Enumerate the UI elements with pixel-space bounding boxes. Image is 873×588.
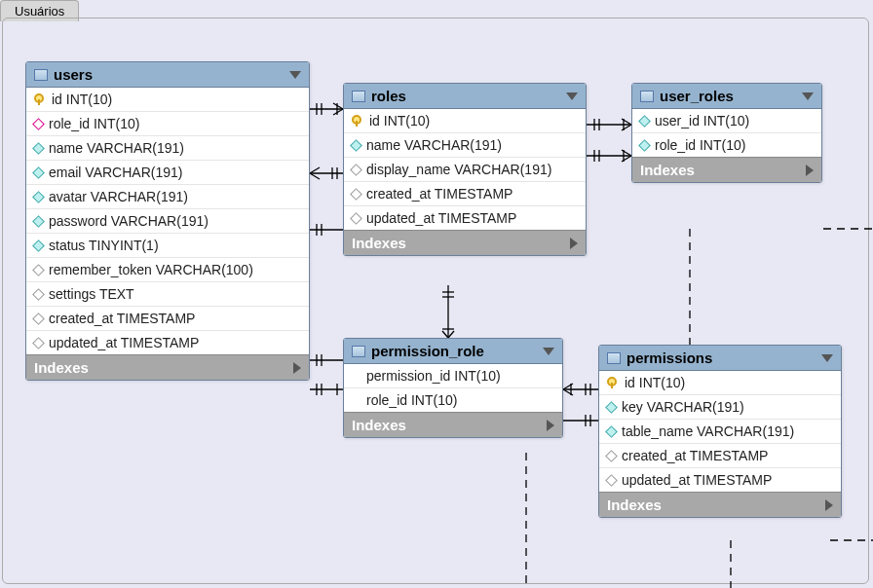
column-text: email VARCHAR(191)	[49, 165, 182, 180]
column-row[interactable]: updated_at TIMESTAMP	[26, 331, 309, 354]
column-type-icon	[32, 264, 45, 276]
collapse-icon[interactable]	[543, 348, 554, 355]
expand-icon[interactable]	[806, 165, 814, 176]
table-permission-role[interactable]: permission_role permission_id INT(10)rol…	[343, 338, 563, 438]
column-type-icon	[32, 239, 45, 252]
column-row[interactable]: remember_token VARCHAR(100)	[26, 258, 309, 282]
table-icon	[352, 91, 365, 102]
column-row[interactable]: name VARCHAR(191)	[344, 133, 586, 158]
column-row[interactable]: created_at TIMESTAMP	[344, 182, 586, 206]
column-row[interactable]: email VARCHAR(191)	[26, 161, 309, 185]
column-type-icon	[32, 166, 45, 179]
column-row[interactable]: created_at TIMESTAMP	[26, 307, 309, 331]
column-text: permission_id INT(10)	[366, 368, 501, 384]
column-text: role_id INT(10)	[366, 392, 457, 408]
collapse-icon[interactable]	[566, 92, 578, 100]
table-header[interactable]: users	[26, 62, 309, 88]
expand-icon[interactable]	[825, 499, 833, 511]
column-row[interactable]: password VARCHAR(191)	[26, 209, 309, 234]
column-type-icon	[32, 337, 45, 349]
table-header[interactable]: roles	[344, 84, 586, 109]
column-text: role_id INT(10)	[49, 116, 139, 131]
column-text: user_id INT(10)	[655, 113, 749, 129]
table-user-roles[interactable]: user_roles user_id INT(10)role_id INT(10…	[631, 83, 822, 183]
table-users[interactable]: users id INT(10)role_id INT(10)name VARC…	[25, 61, 310, 381]
column-row[interactable]: settings TEXT	[26, 282, 309, 307]
tab-label: Usuários	[15, 4, 64, 18]
column-row[interactable]: display_name VARCHAR(191)	[344, 158, 586, 182]
indexes-footer[interactable]: Indexes	[26, 354, 309, 380]
collapse-icon[interactable]	[289, 71, 301, 79]
table-roles[interactable]: roles id INT(10)name VARCHAR(191)display…	[343, 83, 587, 256]
columns: id INT(10)name VARCHAR(191)display_name …	[344, 109, 586, 230]
column-row[interactable]: id INT(10)	[344, 109, 586, 133]
table-header[interactable]: user_roles	[632, 84, 821, 109]
column-row[interactable]: role_id INT(10)	[344, 388, 562, 412]
column-text: id INT(10)	[369, 113, 430, 129]
column-type-icon	[638, 115, 651, 128]
column-text: name VARCHAR(191)	[49, 140, 184, 156]
column-type-icon	[32, 312, 45, 325]
indexes-label: Indexes	[352, 417, 406, 433]
column-row[interactable]: role_id INT(10)	[632, 133, 821, 157]
primary-key-icon	[34, 93, 46, 105]
column-row[interactable]: avatar VARCHAR(191)	[26, 185, 309, 209]
table-header[interactable]: permissions	[599, 346, 841, 371]
column-type-icon	[605, 401, 618, 414]
table-icon	[34, 69, 48, 81]
table-title: permission_role	[371, 343, 484, 359]
column-row[interactable]: updated_at TIMESTAMP	[344, 206, 586, 230]
column-type-icon	[350, 212, 362, 225]
column-type-icon	[350, 164, 362, 176]
column-text: status TINYINT(1)	[49, 238, 159, 253]
table-icon	[352, 346, 365, 357]
column-type-icon	[350, 188, 362, 201]
expand-icon[interactable]	[547, 420, 554, 431]
column-text: created_at TIMESTAMP	[49, 311, 195, 326]
indexes-label: Indexes	[34, 359, 89, 376]
column-text: avatar VARCHAR(191)	[49, 189, 188, 204]
column-row[interactable]: status TINYINT(1)	[26, 234, 309, 258]
primary-key-icon	[352, 115, 363, 127]
column-row[interactable]: id INT(10)	[599, 371, 841, 395]
column-type-icon	[605, 450, 618, 462]
table-header[interactable]: permission_role	[344, 339, 562, 364]
table-title: roles	[371, 88, 406, 104]
column-type-icon	[32, 288, 45, 301]
indexes-label: Indexes	[352, 235, 406, 251]
column-text: password VARCHAR(191)	[49, 213, 209, 229]
collapse-icon[interactable]	[802, 92, 814, 100]
expand-icon[interactable]	[570, 238, 578, 249]
indexes-footer[interactable]: Indexes	[344, 230, 586, 255]
collapse-icon[interactable]	[821, 354, 833, 362]
table-permissions[interactable]: permissions id INT(10)key VARCHAR(191)ta…	[598, 345, 842, 518]
indexes-footer[interactable]: Indexes	[344, 412, 562, 437]
column-row[interactable]: created_at TIMESTAMP	[599, 444, 841, 468]
indexes-footer[interactable]: Indexes	[599, 492, 841, 517]
table-icon	[640, 91, 654, 102]
indexes-label: Indexes	[607, 496, 662, 513]
column-row[interactable]: user_id INT(10)	[632, 109, 821, 133]
column-row[interactable]: table_name VARCHAR(191)	[599, 420, 841, 444]
table-icon	[607, 352, 621, 364]
column-row[interactable]: role_id INT(10)	[26, 112, 309, 136]
column-row[interactable]: permission_id INT(10)	[344, 364, 562, 388]
column-row[interactable]: name VARCHAR(191)	[26, 136, 309, 161]
column-text: remember_token VARCHAR(100)	[49, 262, 253, 277]
primary-key-icon	[607, 377, 619, 388]
column-type-icon	[638, 139, 651, 152]
column-type-icon	[605, 474, 618, 487]
column-row[interactable]: key VARCHAR(191)	[599, 395, 841, 420]
column-text: role_id INT(10)	[655, 137, 745, 153]
table-title: user_roles	[660, 88, 734, 104]
column-row[interactable]: updated_at TIMESTAMP	[599, 468, 841, 492]
column-row[interactable]: id INT(10)	[26, 88, 309, 112]
table-title: users	[54, 66, 93, 83]
columns: user_id INT(10)role_id INT(10)	[632, 109, 821, 157]
column-text: key VARCHAR(191)	[622, 399, 744, 415]
columns: id INT(10)key VARCHAR(191)table_name VAR…	[599, 371, 841, 492]
expand-icon[interactable]	[293, 362, 301, 374]
column-type-icon	[32, 118, 45, 130]
column-text: settings TEXT	[49, 286, 134, 302]
indexes-footer[interactable]: Indexes	[632, 157, 821, 182]
